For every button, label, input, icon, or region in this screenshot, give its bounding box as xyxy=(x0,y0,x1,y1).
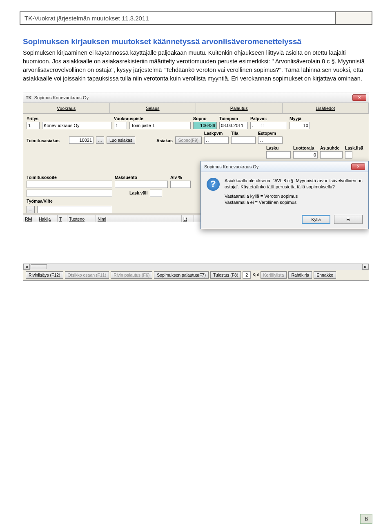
input-yritys-name[interactable] xyxy=(42,122,111,129)
label-sopno: Sopno xyxy=(193,116,217,121)
document-header-text: TK-Vuokrat järjestelmän muutokset 11.3.2… xyxy=(20,12,335,24)
otsikko-button: Otsikko osaan (F11) xyxy=(65,271,109,279)
label-laskpvm: Laskpvm xyxy=(204,131,229,136)
col-rivi[interactable]: Rivi xyxy=(23,215,37,222)
label-myyja: Myyjä xyxy=(290,116,310,121)
input-myyja[interactable] xyxy=(290,122,310,129)
input-laskpvm[interactable] xyxy=(204,136,229,144)
label-tyomaa: Työmaa/Viite xyxy=(27,199,112,203)
lookup-button[interactable]: ... xyxy=(96,136,104,144)
horizontal-scrollbar[interactable]: ◄ ► xyxy=(23,263,369,270)
tab-selaus[interactable]: Selaus xyxy=(110,103,196,113)
body-paragraph: Sopimuksen kirjaaminen ei käytännössä kä… xyxy=(20,49,372,89)
rivin-palautus-button: Rivin palautus (F6) xyxy=(111,271,152,279)
label-toimpvm: Toimpvm xyxy=(219,116,248,121)
label-luottoraja: Luottoraja xyxy=(293,145,318,150)
input-tyomaa[interactable] xyxy=(37,206,112,213)
input-alv[interactable] xyxy=(170,181,191,188)
tab-vuokraus[interactable]: Vuokraus xyxy=(23,103,110,113)
input-tila[interactable] xyxy=(231,136,256,144)
main-tabs: Vuokraus Selaus Palautus Lisätiedot xyxy=(23,103,369,114)
tab-lisatiedot[interactable]: Lisätiedot xyxy=(283,103,369,113)
col-tuoteno[interactable]: Tuoteno xyxy=(67,215,96,222)
tyomaa-lookup-button[interactable]: ... xyxy=(27,206,35,213)
page-number: 6 xyxy=(360,514,372,524)
input-osoite2[interactable] xyxy=(27,190,112,197)
sopimuksen-palautus-button[interactable]: Sopimuksen palautus(F7) xyxy=(154,271,209,279)
dialog-no-button[interactable]: Ei xyxy=(334,215,363,224)
ennakko-button[interactable]: Ennakko xyxy=(314,271,336,279)
dialog-line3: Vastaamalla ei = Verollinen sopimus xyxy=(225,200,296,205)
dialog-line2: Vastaamalla kyllä = Veroton sopimus xyxy=(225,194,298,199)
label-estopvm: Estopvm xyxy=(258,131,283,136)
input-maksuehto[interactable] xyxy=(115,181,168,188)
input-yritys-num[interactable] xyxy=(27,122,40,129)
app-logo: TK xyxy=(26,95,32,100)
rivinlisays-button[interactable]: Rivinlisäys (F12) xyxy=(26,271,63,279)
col-t[interactable]: T xyxy=(58,215,67,222)
input-sopno[interactable] xyxy=(193,122,217,129)
dialog-close-icon[interactable]: ✕ xyxy=(351,163,365,170)
close-icon[interactable]: ✕ xyxy=(352,94,366,101)
dialog-title: Sopimus Konevuokraus Oy xyxy=(204,164,351,169)
document-header-accent xyxy=(335,12,372,24)
dialog-yes-button[interactable]: Kyllä xyxy=(302,215,330,224)
scroll-thumb[interactable] xyxy=(31,264,47,269)
label-assuhde: As.suhde xyxy=(320,145,343,150)
window-titlebar: TK Sopimus Konevuokraus Oy ✕ xyxy=(23,92,369,103)
input-luottoraja[interactable] xyxy=(293,151,318,159)
dialog-line1: Asiakkaalla oletuksena: "AVL 8 c §. Myyn… xyxy=(225,178,363,190)
input-vp-num[interactable] xyxy=(114,122,127,129)
dialog-titlebar: Sopimus Konevuokraus Oy ✕ xyxy=(201,161,368,172)
input-kpl[interactable] xyxy=(243,271,251,279)
col-nimi[interactable]: Nimi xyxy=(96,215,182,222)
tulostus-button[interactable]: Tulostus (F8) xyxy=(210,271,241,279)
dialog-text: Asiakkaalla oletuksena: "AVL 8 c §. Myyn… xyxy=(225,178,363,208)
input-toimitusosoite[interactable] xyxy=(27,181,112,188)
input-toimpvm[interactable] xyxy=(219,122,248,129)
rahtikirja-button[interactable]: Rahtikirja xyxy=(288,271,312,279)
question-icon: ? xyxy=(207,178,220,191)
label-yritys: Yritys xyxy=(27,116,40,121)
label-tila: Tila xyxy=(231,131,256,136)
input-palpvm[interactable] xyxy=(250,122,287,129)
label-asiakas: Asiakas xyxy=(156,138,173,143)
col-hakija[interactable]: Hakija xyxy=(37,215,58,222)
label-palpvm: Palpvm: xyxy=(250,116,287,121)
label-lasku: Lasku xyxy=(266,145,291,150)
input-assuhde[interactable] xyxy=(320,151,343,159)
label-maksuehto: Maksuehto xyxy=(115,175,168,180)
col-lt[interactable]: Lt xyxy=(182,215,194,222)
document-header: TK-Vuokrat järjestelmän muutokset 11.3.2… xyxy=(20,11,372,25)
label-vuokrauspiste: Vuokrauspiste xyxy=(114,116,127,121)
section-title: Sopimuksen kirjauksen muutokset käännety… xyxy=(20,37,372,46)
scroll-left-icon[interactable]: ◄ xyxy=(23,264,30,270)
keraily-button: Keräilylista xyxy=(261,271,287,279)
input-lasku[interactable] xyxy=(266,151,291,159)
input-laskvali[interactable] xyxy=(150,190,162,197)
label-toimitusosoite: Toimitusosoite xyxy=(27,175,112,180)
label-toimitusasiakas: Toimitusasiakas xyxy=(27,138,67,143)
luo-asiakas-button[interactable]: Luo asiakas xyxy=(107,136,135,144)
label-laskvali: Lask.väli xyxy=(129,190,147,195)
label-lasklisa: Lask.lisä xyxy=(345,145,365,150)
app-screenshot: TK Sopimus Konevuokraus Oy ✕ Vuokraus Se… xyxy=(23,92,369,281)
sopno-f9-button[interactable]: Sopno(F9) xyxy=(175,136,202,144)
label-kpl: Kpl xyxy=(252,272,258,277)
label-alv: Alv % xyxy=(170,175,191,180)
input-toimitusasiakas[interactable] xyxy=(69,136,94,144)
confirm-dialog: Sopimus Konevuokraus Oy ✕ ? Asiakkaalla … xyxy=(200,161,369,229)
input-estopvm[interactable] xyxy=(258,136,283,144)
scroll-right-icon[interactable]: ► xyxy=(362,264,369,270)
input-vp-name[interactable] xyxy=(129,122,191,129)
bottom-toolbar: Rivinlisäys (F12) Otsikko osaan (F11) Ri… xyxy=(23,270,369,281)
window-title: Sopimus Konevuokraus Oy xyxy=(34,95,352,100)
input-lasklisa[interactable] xyxy=(345,151,352,159)
tab-palautus[interactable]: Palautus xyxy=(196,103,283,113)
